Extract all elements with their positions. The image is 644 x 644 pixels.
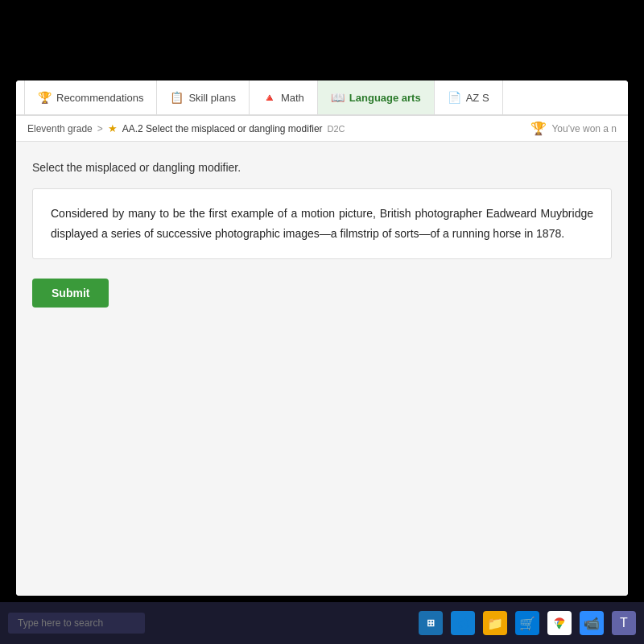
breadcrumb-bar: Eleventh grade > ★ AA.2 Select the mispl… [16, 116, 628, 142]
passage-box: Considered by many to be the first examp… [32, 188, 612, 259]
tab-language-arts[interactable]: 📖 Language arts [318, 80, 435, 114]
breadcrumb-code: D2C [328, 124, 345, 134]
nav-bar: 🏆 Recommendations 📋 Skill plans 🔺 Math 📖… [16, 80, 628, 116]
breadcrumb-right: 🏆 You've won a n [530, 121, 617, 136]
tab-az[interactable]: 📄 AZ S [435, 80, 503, 114]
recommendations-icon: 🏆 [38, 91, 52, 104]
taskbar-search-input[interactable] [8, 613, 145, 634]
file-explorer-icon[interactable]: 📁 [483, 611, 507, 635]
az-icon: 📄 [448, 91, 461, 104]
breadcrumb-task: AA.2 Select the misplaced or dangling mo… [122, 123, 323, 134]
submit-button[interactable]: Submit [32, 279, 109, 308]
teams-icon[interactable]: T [612, 611, 636, 635]
tab-skill-plans[interactable]: 📋 Skill plans [157, 80, 250, 114]
windows-icon[interactable]: ⊞ [419, 611, 443, 635]
breadcrumb-star-icon: ★ [108, 122, 118, 134]
math-icon: 🔺 [262, 91, 276, 104]
chrome-icon[interactable] [547, 611, 572, 635]
passage-text: Considered by many to be the first examp… [51, 207, 593, 240]
breadcrumb-arrow: > [97, 123, 103, 134]
tab-recommendations-label: Recommendations [56, 92, 143, 104]
tab-math-label: Math [281, 92, 304, 104]
taskbar: ⊞ 📁 🛒 📹 T [0, 602, 644, 644]
breadcrumb-left: Eleventh grade > ★ AA.2 Select the mispl… [27, 122, 345, 134]
zoom-icon[interactable]: 📹 [580, 611, 604, 635]
edge-icon[interactable] [451, 611, 475, 635]
taskbar-icons: ⊞ 📁 🛒 📹 T [419, 611, 636, 635]
breadcrumb-grade: Eleventh grade [27, 123, 93, 134]
store-icon[interactable]: 🛒 [515, 611, 539, 635]
skill-plans-icon: 📋 [170, 91, 184, 104]
tab-az-label: AZ S [466, 92, 489, 104]
tab-language-arts-label: Language arts [349, 92, 421, 104]
trophy-icon: 🏆 [530, 121, 547, 136]
tab-skill-plans-label: Skill plans [188, 92, 236, 104]
main-content: Select the misplaced or dangling modifie… [16, 142, 628, 596]
instruction-label: Select the misplaced or dangling modifie… [32, 161, 612, 174]
language-arts-icon: 📖 [331, 91, 345, 104]
reward-text: You've won a n [551, 123, 617, 134]
tab-recommendations[interactable]: 🏆 Recommendations [24, 80, 157, 114]
tab-math[interactable]: 🔺 Math [250, 80, 318, 114]
